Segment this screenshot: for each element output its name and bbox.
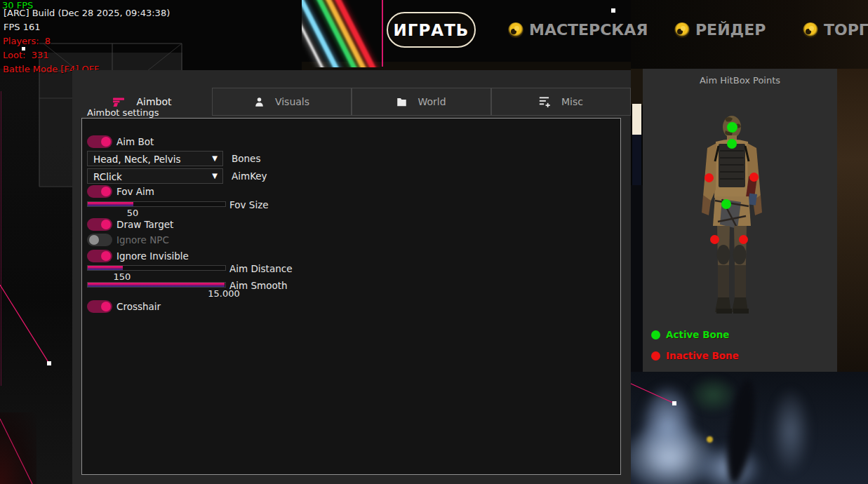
tab-label: Misc — [561, 96, 583, 107]
legend-active-bone: Active Bone — [651, 329, 730, 340]
folder-icon — [396, 97, 407, 107]
aimkey-label: AimKey — [232, 170, 267, 182]
sliders-plus-icon — [539, 96, 551, 107]
build-info-text: [ARC] Build (Dec 28 2025, 09:43:38) — [4, 8, 170, 18]
group-title: Aimbot settings — [84, 107, 162, 118]
menu-item-label: ТОРГО — [824, 21, 868, 39]
gold-coin-icon — [674, 22, 690, 38]
toggle-label: Ignore Invisible — [116, 250, 189, 262]
tab-misc[interactable]: Misc — [491, 88, 631, 116]
legend-label: Inactive Bone — [666, 350, 739, 361]
draw-target-toggle[interactable]: Draw Target — [87, 218, 173, 231]
bones-label: Bones — [232, 153, 260, 164]
chevron-down-icon: ▼ — [212, 172, 218, 180]
aim-smooth-slider[interactable]: 15.000 Aim Smooth — [87, 282, 226, 288]
person-icon — [254, 97, 265, 107]
slider-track[interactable] — [87, 201, 226, 207]
slider-fill — [88, 266, 123, 270]
game-screen: 30 FPS [ARC] Build (Dec 28 2025, 09:43:3… — [0, 0, 868, 484]
fov-size-value: 50 — [112, 208, 154, 218]
toggle-switch — [87, 185, 112, 198]
fov-size-label: Fov Size — [229, 199, 269, 210]
hitbox-point-right-shoulder — [749, 173, 759, 182]
hitbox-point-left-thigh — [710, 235, 719, 244]
hitbox-point-head — [727, 122, 737, 133]
dropdown-box: RClick ▼ — [87, 168, 223, 184]
play-button[interactable]: ИГРАТЬ — [387, 12, 476, 48]
tab-label: Aimbot — [136, 96, 171, 107]
slider-fill — [88, 202, 133, 206]
toggle-label: Fov Aim — [116, 186, 154, 197]
toggle-label: Draw Target — [116, 219, 173, 230]
toggle-switch — [87, 234, 112, 246]
aimkey-dropdown[interactable]: RClick ▼ AimKey — [87, 168, 223, 184]
legend-inactive-bone: Inactive Bone — [651, 350, 739, 361]
hitbox-panel: Aim HitBox Points — [643, 69, 837, 372]
tab-label: Visuals — [275, 96, 309, 107]
cheat-menu-window: Aimbot Visuals World — [72, 70, 631, 484]
toggle-label: Crosshair — [116, 301, 161, 312]
ignore-invisible-toggle[interactable]: Ignore Invisible — [87, 250, 189, 262]
legend-label: Active Bone — [666, 329, 730, 340]
menu-item-workshop[interactable]: МАСТЕРСКАЯ — [508, 21, 648, 39]
hitbox-point-pelvis — [721, 199, 731, 209]
tab-visuals[interactable]: Visuals — [212, 88, 352, 116]
ignore-npc-toggle[interactable]: Ignore NPC — [87, 234, 169, 246]
dropdown-box: Head, Neck, Pelvis ▼ — [87, 151, 223, 166]
fov-size-slider[interactable]: 50 Fov Size — [87, 201, 226, 207]
fps-counter-text: FPS 161 — [4, 22, 41, 32]
aim-distance-slider[interactable]: 150 Aim Distance — [87, 265, 226, 271]
hitbox-panel-title: Aim HitBox Points — [643, 75, 837, 86]
esp-dot — [611, 8, 615, 13]
crosshair-toggle[interactable]: Crosshair — [87, 300, 161, 313]
slider-fill — [88, 283, 225, 287]
gold-coin-icon — [508, 22, 523, 38]
dropdown-value: Head, Neck, Pelvis — [93, 154, 181, 165]
toggle-label: Aim Bot — [116, 136, 154, 147]
aim-smooth-label: Aim Smooth — [229, 280, 288, 291]
aim-distance-value: 150 — [101, 271, 143, 282]
toggle-switch — [87, 135, 112, 148]
pistol-icon — [112, 97, 126, 107]
toggle-switch — [87, 250, 112, 262]
slider-track[interactable] — [87, 282, 226, 288]
active-bone-dot — [651, 330, 660, 340]
aim-distance-label: Aim Distance — [229, 263, 292, 274]
dropdown-value: RClick — [93, 171, 122, 182]
fov-aim-toggle[interactable]: Fov Aim — [87, 185, 154, 198]
aim-bot-toggle[interactable]: Aim Bot — [87, 135, 154, 148]
inactive-bone-dot — [651, 351, 660, 361]
hitbox-point-right-thigh — [739, 235, 748, 244]
hitbox-point-left-shoulder — [705, 173, 714, 182]
bones-dropdown[interactable]: Head, Neck, Pelvis ▼ Bones — [87, 151, 223, 166]
hitbox-point-neck — [727, 139, 737, 149]
gold-coin-icon — [803, 22, 818, 38]
menu-item-raider[interactable]: РЕЙДЕР — [674, 21, 766, 39]
tab-world[interactable]: World — [352, 88, 491, 116]
toggle-switch — [87, 218, 112, 231]
slider-track[interactable] — [87, 265, 226, 271]
menu-item-label: МАСТЕРСКАЯ — [529, 21, 648, 39]
chevron-down-icon: ▼ — [212, 154, 218, 162]
tab-label: World — [418, 96, 446, 107]
loot-count-text: Loot: 331 — [3, 50, 48, 60]
toggle-label: Ignore NPC — [116, 234, 169, 246]
players-count-text: Players: 8 — [3, 36, 51, 46]
toggle-switch — [87, 300, 112, 313]
menu-item-trade[interactable]: ТОРГО — [803, 21, 868, 39]
menu-item-label: РЕЙДЕР — [695, 21, 766, 39]
